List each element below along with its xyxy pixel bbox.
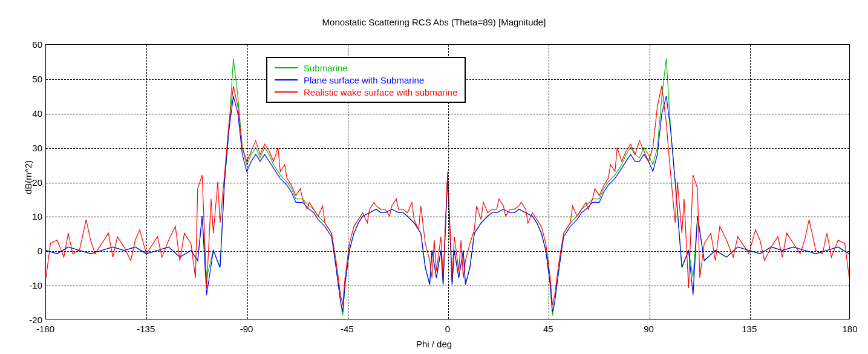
y-tick: 10 [21,211,42,221]
grid-v [146,45,147,319]
legend-item-2: Realistic wake surface with submarine [275,86,457,98]
x-tick: 180 [842,324,857,334]
chart-container: Monostatic Scattering RCS Abs (Theta=89)… [0,0,868,354]
y-tick: 50 [21,73,42,84]
legend: Submarine Plane surface with Submarine R… [266,57,466,103]
trace-2 [46,86,849,305]
grid-v [650,45,650,319]
grid-h [46,183,849,183]
grid-v [549,45,549,319]
x-tick: -90 [240,324,253,334]
grid-h [46,217,849,217]
x-tick: 90 [644,324,654,334]
legend-swatch-2 [275,91,298,93]
grid-h [46,114,849,114]
legend-swatch-1 [275,79,298,80]
trace-1 [46,96,849,312]
grid-v [750,45,751,319]
x-tick: -135 [137,324,155,334]
x-tick: 0 [445,324,450,334]
y-tick: 40 [21,108,42,118]
y-tick: -10 [21,280,42,290]
y-tick: 30 [21,142,42,152]
legend-label-0: Submarine [304,63,348,73]
x-axis-label: Phi / deg [0,339,868,349]
x-tick: -45 [341,324,354,334]
y-tick: 20 [21,177,42,187]
legend-swatch-0 [275,67,298,68]
grid-h [46,286,849,286]
legend-item-1: Plane surface with Submarine [275,74,457,86]
grid-h [46,148,849,149]
y-tick: -20 [21,315,42,325]
legend-item-0: Submarine [275,62,457,74]
legend-label-2: Realistic wake surface with submarine [304,87,457,97]
grid-v [247,45,248,319]
x-tick: -180 [36,324,54,334]
legend-label-1: Plane surface with Submarine [304,75,424,85]
x-tick: 135 [742,324,757,334]
y-tick: 60 [21,39,42,50]
chart-title: Monostatic Scattering RCS Abs (Theta=89)… [0,17,868,27]
y-tick: 0 [21,246,42,256]
x-tick: 45 [543,324,553,334]
grid-h [46,251,849,252]
